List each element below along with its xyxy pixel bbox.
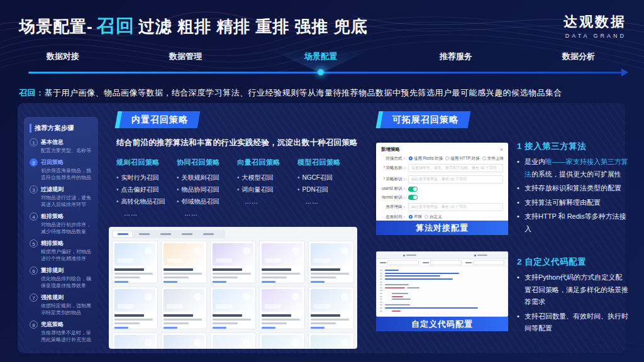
card-desc-placeholder [262, 273, 300, 275]
step-desc: 配置方案类型、名称等 [41, 147, 91, 154]
builtin-column-3: 向量召回策略•大模型召回•词向量召回…… [237, 158, 297, 219]
step-desc: 对物品进行初步排序，减少待推荐物品数量 [41, 221, 92, 235]
gallery-tab-3[interactable] [156, 231, 175, 237]
builtin-column-title: 模型召回策略 [297, 158, 358, 167]
step-number: 3 [30, 185, 38, 194]
gallery-tab-4[interactable] [177, 231, 196, 237]
bullet-text: 支持存放标识和算法类型的配置 [525, 182, 621, 195]
stepper-item-5[interactable]: 数据分析 [562, 51, 595, 62]
bullet-icon: • [297, 174, 300, 181]
itemid-toggle-row: itemid 标识： [381, 195, 503, 200]
step-title: 召回策略 [41, 158, 92, 166]
sidebar-step-2[interactable]: 2召回策略初步筛选海量物品，挑选符合推荐条件的物品 [30, 158, 92, 181]
radio-option[interactable]: 自定义 [425, 214, 442, 220]
line-number-placeholder [380, 307, 382, 309]
sidebar-step-1[interactable]: 1基本信息配置方案类型、名称等 [30, 138, 92, 154]
feature-bullet: •是业内唯——家支持接入第三方算法的系统，提供更大的可扩展性 [517, 156, 629, 180]
sidebar-step-7[interactable]: 7强推规则依据特定规则，强制展示特定类别的物品 [30, 293, 92, 316]
close-icon[interactable]: × [500, 147, 503, 153]
sidebar-step-8[interactable]: 8兜底策略当推荐结果不足时，采用此策略进行补充兜底 [30, 321, 92, 343]
strategy-card[interactable] [112, 332, 158, 349]
card-illustration [213, 335, 253, 349]
code-segment [385, 275, 440, 277]
card-title-placeholder [262, 314, 291, 317]
step-desc: 根据用户偏好，对物品进行个性化精准排序 [41, 248, 92, 262]
radio-option[interactable]: 不限 [409, 214, 422, 220]
tab-label-placeholder [160, 233, 171, 235]
card-link-placeholder [262, 281, 275, 283]
radio-option[interactable]: 文件上传 [482, 156, 504, 162]
gallery-tab-5[interactable] [199, 231, 218, 237]
radio-option[interactable]: 使用 HTTP 对接 [445, 156, 479, 162]
bullet-icon: • [237, 186, 240, 193]
step-desc: 当推荐结果不足时，采用此策略进行补充兜底 [41, 329, 92, 343]
strategy-card[interactable] [210, 287, 256, 329]
card-desc-placeholder [164, 273, 202, 275]
field-label: *策略标识： [381, 177, 406, 182]
code-tab-active[interactable] [403, 255, 416, 256]
code-tab-secondary[interactable] [474, 255, 487, 256]
card-desc-placeholder [262, 319, 300, 321]
feature-bullet: •支持召回数量、有效时间、执行时间等配置 [517, 310, 629, 335]
stepper-item-2[interactable]: 数据管理 [169, 51, 202, 62]
bullet-icon: • [177, 174, 179, 181]
sidebar-step-6[interactable]: 6重排规则优化物品排列组合，确保呈现最佳推荐效果 [30, 266, 92, 289]
strategy-card[interactable] [210, 332, 256, 349]
builtin-column-title: 规则召回策略 [116, 158, 177, 167]
more-ellipsis: …… [297, 195, 358, 207]
strategy-gallery-screenshot [109, 227, 357, 349]
card-desc-placeholder [164, 277, 189, 278]
text-input[interactable]: 由任意字母开始，最长 15 个字符 [408, 203, 503, 211]
strategy-card[interactable] [161, 287, 207, 329]
card-desc-placeholder [311, 319, 349, 321]
code-segment [407, 287, 419, 288]
text-input[interactable]: 仅支持中文、英文、数字和下划线，最长 30 个字符 [408, 164, 503, 172]
stepper-item-1[interactable]: 数据对接 [47, 51, 79, 62]
code-segment [385, 284, 409, 285]
strategy-card[interactable] [112, 241, 158, 283]
bullet-text: 支持召回数量、有效时间、执行时间等配置 [525, 310, 629, 335]
toggle-switch-on[interactable] [408, 187, 418, 192]
bullet-text: 支持Python代码的方式自定义配置召回策略，满足多样化的场景推荐需求 [525, 272, 629, 309]
gallery-tab-1[interactable] [113, 231, 132, 237]
toggle-switch-on[interactable] [408, 195, 418, 200]
code-editor-body[interactable] [377, 266, 508, 315]
bullet-icon: • [517, 156, 525, 180]
strategy-card[interactable] [161, 241, 207, 283]
card-title-placeholder [114, 268, 144, 271]
sidebar-step-5[interactable]: 5精排策略根据用户偏好，对物品进行个性化精准排序 [30, 239, 92, 262]
builtin-strategy-item: •点击偏好召回 [116, 184, 177, 195]
card-link-placeholder [164, 281, 177, 283]
card-desc-placeholder [213, 322, 238, 324]
sidebar-step-4[interactable]: 4粗排策略对物品进行初步排序，减少待推荐物品数量 [30, 212, 92, 235]
strategy-card[interactable] [259, 332, 305, 349]
strategy-card[interactable] [308, 332, 354, 349]
radio-option[interactable]: 使用 Redis 对接 [409, 156, 443, 162]
strategy-card[interactable] [259, 241, 305, 283]
stepper-arrow-icon [621, 69, 628, 77]
strategy-card[interactable] [161, 332, 207, 349]
code-segment [385, 287, 405, 288]
sidebar-step-3[interactable]: 3过滤规则对物品进行过滤，避免其进入后续排序环节 [30, 185, 92, 208]
gallery-tab-2[interactable] [135, 231, 153, 237]
field-label: 推荐理由： [381, 204, 406, 210]
strategy-card[interactable] [308, 241, 354, 283]
slide-recall-scene-config: 场景配置-召回过滤 粗排 精排 重排 强推 兜底 达观数据 DATA GRAND… [0, 0, 644, 362]
card-illustration [213, 289, 253, 312]
card-desc-placeholder [114, 277, 140, 278]
card-link-placeholder [311, 327, 325, 329]
strategy-card[interactable] [210, 241, 256, 283]
bullet-icon: • [517, 197, 525, 209]
strategy-card[interactable] [259, 287, 305, 329]
card-link-placeholder [114, 281, 128, 283]
field-label: userid 标识： [381, 186, 406, 192]
line-number-placeholder [380, 293, 382, 294]
stepper-item-4[interactable]: 推荐服务 [440, 51, 472, 62]
strategy-card[interactable] [308, 287, 354, 329]
required-asterisk: * [384, 177, 386, 181]
step-number: 6 [30, 266, 38, 275]
page-title: 场景配置-召回过滤 粗排 精排 重排 强推 兜底 [19, 14, 368, 39]
strategy-card[interactable] [112, 287, 158, 329]
userid-toggle-row: userid 标识： [381, 186, 503, 192]
text-input[interactable]: 由任意字母开始，最长 20 个字符 [408, 175, 503, 184]
